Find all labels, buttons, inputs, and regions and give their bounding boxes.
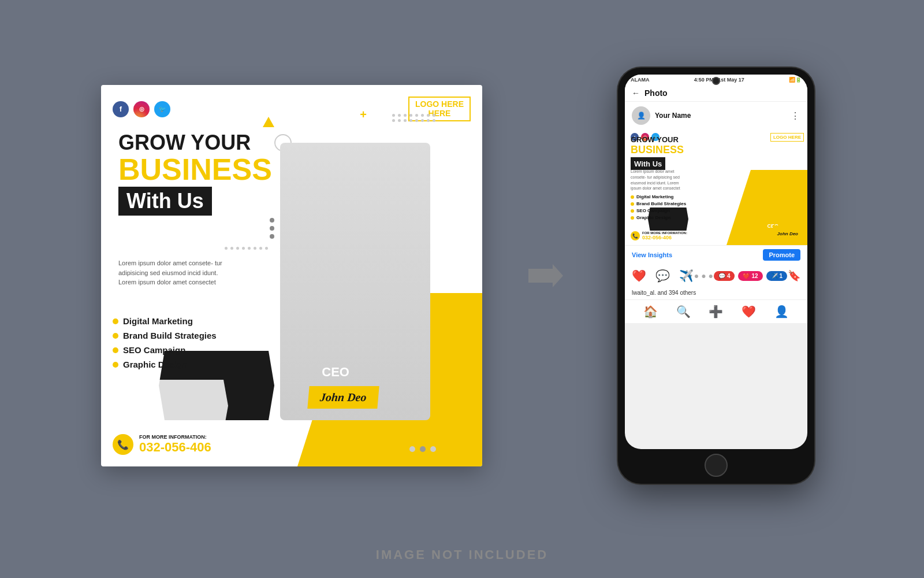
post-header: 👤 Your Name ⋮	[625, 102, 807, 129]
home-nav-icon[interactable]: 🏠	[643, 305, 658, 318]
arrow-container	[528, 264, 563, 287]
mp-phone-icon: 📞	[631, 231, 640, 240]
home-button-area	[625, 449, 807, 477]
circle-1	[409, 446, 415, 452]
mp-phone-number: 032-056-406	[642, 235, 687, 240]
mp-grow-text: GROW YOUR	[631, 135, 684, 144]
ceo-name-box: John Deo	[308, 386, 379, 409]
status-icons: 📶🔋	[789, 77, 802, 83]
ceo-title: CEO	[322, 365, 349, 380]
bullet-3: SEO Campaign	[113, 345, 217, 355]
insta-header: ← Photo	[625, 85, 807, 102]
bullet-2: Brand Build Strategies	[113, 331, 217, 340]
user-avatar: 👤	[632, 106, 650, 125]
share-icon[interactable]: ✈️	[679, 269, 694, 283]
business-text: BUSINESS	[118, 154, 272, 184]
circle-2	[420, 446, 426, 452]
comment-badge: 💬 4	[714, 271, 735, 281]
contact-label: FOR MORE INFORMATION:	[139, 434, 211, 440]
view-insights-button[interactable]: View Insights	[632, 251, 672, 258]
bullet-1: Digital Marketing	[113, 316, 217, 326]
hex-white	[136, 380, 228, 432]
home-button[interactable]	[705, 454, 728, 477]
profile-nav-icon[interactable]: 👤	[774, 305, 789, 318]
bookmark-icon[interactable]: 🔖	[788, 269, 800, 282]
with-us-text: With Us	[126, 189, 204, 213]
mp-ceo-name-box: John Deo	[773, 225, 803, 239]
triangle-decoration	[263, 117, 274, 127]
mp-business-text: BUSINESS	[631, 144, 684, 156]
mp-bullet-3: SEO Campaign	[631, 208, 686, 213]
three-dots-decoration	[270, 218, 274, 239]
mp-ceo-name-text: John Deo	[777, 231, 798, 236]
poster-bottom: 📞 FOR MORE INFORMATION: 032-056-406	[113, 434, 211, 455]
mp-contact-info: 📞 FOR MORE INFORMATION: 032-056-406	[631, 231, 687, 240]
ceo-name: John Deo	[320, 391, 368, 403]
insights-bar: View Insights Promote	[625, 245, 807, 264]
contact-phone: 032-056-406	[139, 440, 211, 455]
mp-bullet-1: Digital Marketing	[631, 194, 686, 199]
heart-nav-icon[interactable]: ❤️	[742, 305, 756, 318]
reaction-badges: 💬 4 ❤️ 12 ✈️ 1	[714, 271, 787, 281]
post-username: Your Name	[655, 112, 691, 120]
phone-wrapper: ALAMA 4:50 PM | 1st May 17 📶🔋 ← Photo 👤 …	[609, 68, 823, 484]
mp-lorem: Lorem ipsum dolor amet consete- tur adip…	[631, 169, 683, 191]
share-badge: ✈️ 1	[766, 271, 788, 281]
instagram-icon: ◎	[133, 101, 150, 117]
phone-icon: 📞	[113, 434, 133, 455]
photo-title: Photo	[644, 88, 668, 98]
carrier: ALAMA	[631, 77, 650, 83]
person-placeholder	[274, 120, 436, 420]
logo-text: LOGO HERE	[415, 100, 464, 109]
bullet-dot-2	[113, 333, 118, 339]
bottom-caption: IMAGE NOT INCLUDED	[376, 547, 548, 562]
poster-headline: GROW YOUR BUSINESS With Us	[118, 131, 272, 216]
arrow-right-icon	[528, 264, 563, 287]
left-poster: f ◎ 🐦 LOGO HERE HERE +	[101, 85, 482, 466]
dots-middle	[225, 247, 269, 250]
facebook-icon: f	[113, 101, 129, 117]
phone-nav: 🏠 🔍 ➕ ❤️ 👤	[625, 299, 807, 323]
reactions-bar: ❤️ 💬 ✈️ ● ● ● 💬 4 ❤️ 12	[625, 264, 807, 287]
bullet-dot-1	[113, 318, 118, 324]
add-nav-icon[interactable]: ➕	[709, 305, 723, 318]
poster-bullets: Digital Marketing Brand Build Strategies…	[113, 316, 217, 374]
phone-camera	[712, 77, 720, 85]
promote-button[interactable]: Promote	[763, 249, 800, 261]
grow-your-text: GROW YOUR	[118, 131, 272, 154]
liked-by: lwaito_al. and 394 others	[625, 287, 807, 299]
search-nav-icon[interactable]: 🔍	[676, 305, 691, 318]
twitter-icon: 🐦	[154, 101, 170, 117]
bullet-4: Graphic Design	[113, 360, 217, 369]
phone-body: ALAMA 4:50 PM | 1st May 17 📶🔋 ← Photo 👤 …	[618, 68, 814, 484]
back-button[interactable]: ←	[632, 88, 640, 98]
circle-3	[430, 446, 436, 452]
mp-headline: GROW YOUR BUSINESS With Us	[631, 135, 684, 170]
mp-logo: LOGO HERE	[770, 133, 804, 142]
bullet-dot-3	[113, 347, 118, 353]
heart-icon[interactable]: ❤️	[632, 269, 646, 283]
mini-poster: f ◎ 🐦 LOGO HERE GROW YOUR BUSINESS With …	[625, 129, 807, 245]
mp-bullet-4: Graphic Design	[631, 215, 686, 220]
with-us-box: With Us	[118, 187, 212, 216]
main-container: f ◎ 🐦 LOGO HERE HERE +	[0, 16, 924, 536]
mp-bullet-2: Brand Build Strategies	[631, 201, 686, 206]
social-icons: f ◎ 🐦	[113, 101, 170, 117]
mp-withus-text: With Us	[634, 160, 662, 168]
like-badge: ❤️ 12	[738, 271, 762, 281]
comment-icon[interactable]: 💬	[655, 269, 670, 283]
more-options[interactable]: ⋮	[791, 110, 800, 121]
poster-lorem: Lorem ipsum dolor amet consete- tur adip…	[118, 258, 234, 287]
mp-withus-box: With Us	[631, 157, 665, 170]
phone-screen: ALAMA 4:50 PM | 1st May 17 📶🔋 ← Photo 👤 …	[625, 75, 807, 449]
reaction-icons: ❤️ 💬 ✈️	[632, 269, 694, 283]
bottom-circles	[409, 446, 436, 452]
mp-bullets: Digital Marketing Brand Build Strategies…	[631, 194, 686, 222]
bullet-dot-4	[113, 362, 118, 368]
